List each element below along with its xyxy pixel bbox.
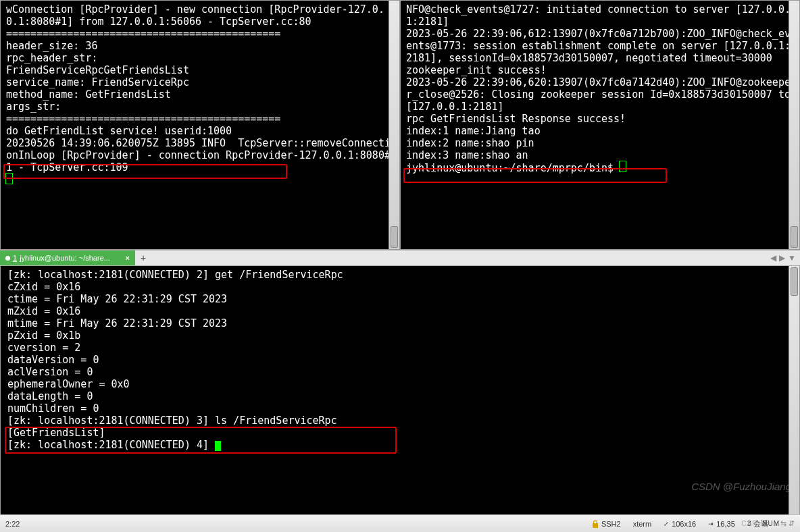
terminal-line: [zk: localhost:2181(CONNECTED) 4] — [7, 439, 793, 451]
terminal-line: [zk: localhost:2181(CONNECTED) 2] get /F… — [7, 269, 793, 281]
terminal-line: wConnection [RpcProvider] - new connecti… — [6, 3, 394, 28]
terminal-line: service_name: FriendServiceRpc — [6, 76, 394, 88]
terminal-line: [zk: localhost:2181(CONNECTED) 3] ls /Fr… — [7, 415, 793, 427]
terminal-line: method_name: GetFriendsList — [6, 88, 394, 101]
terminal-line: rpc_header_str: — [6, 52, 394, 64]
terminal-line: aclVersion = 0 — [7, 366, 793, 378]
status-arrows[interactable]: ⇆ ⇵ — [780, 519, 795, 528]
cursor-icon — [6, 174, 12, 184]
shell-prompt: jyhlinux@ubuntu:~/share/mprpc/bin$ — [406, 162, 620, 174]
terminal-line: ctime = Fri May 26 22:31:29 CST 2023 — [7, 293, 793, 305]
nav-left-icon[interactable]: ◀ — [770, 253, 776, 263]
terminal-line: FriendServiceRpcGetFriendsList — [6, 64, 394, 76]
terminal-line: ========================================… — [6, 28, 394, 40]
nav-down-icon[interactable]: ▼ — [788, 253, 796, 263]
tab-active[interactable]: 1 jyhlinux@ubuntu: ~/share... × — [0, 250, 135, 265]
status-ssh: SSH2 — [592, 520, 621, 528]
terminal-line: mtime = Fri May 26 22:31:29 CST 2023 — [7, 317, 793, 329]
terminal-line: rpc GetFriendsList Response success! — [406, 113, 794, 125]
cursor-icon — [215, 441, 221, 451]
terminal-line: 2023-05-26 22:39:06,620:13907(0x7fc0a714… — [406, 76, 794, 113]
terminal-line: mZxid = 0x16 — [7, 305, 793, 317]
terminal-line: index:2 name:shao pin — [406, 137, 794, 149]
terminal-pane-bottom[interactable]: [zk: localhost:2181(CONNECTED) 2] get /F… — [0, 266, 800, 514]
watermark: CSDN @FuzhouJiang — [691, 481, 791, 493]
status-selection: ⇥16,35 — [708, 520, 735, 528]
terminal-line: index:1 name:Jiang tao — [406, 125, 794, 137]
nav-right-icon[interactable]: ▶ — [779, 253, 785, 263]
terminal-line: 2023-05-26 22:39:06,612:13907(0x7fc0a712… — [406, 28, 794, 64]
tab-index: 1 — [13, 254, 17, 262]
terminal-line: ========================================… — [6, 113, 394, 125]
tab-title: jyhlinux@ubuntu: ~/share... — [20, 254, 110, 262]
terminal-line: do GetFriendList service! userid:1000 — [6, 125, 394, 137]
add-tab-button[interactable]: + — [135, 250, 151, 265]
terminal-line: cversion = 2 — [7, 342, 793, 354]
scrollbar-bottom[interactable] — [789, 266, 799, 514]
terminal-line: pZxid = 0x1b — [7, 329, 793, 342]
status-cursor-pos: 2:22 — [5, 520, 20, 528]
status-size: ⤢106x16 — [664, 520, 696, 528]
cursor-icon — [620, 161, 626, 171]
terminal-line: ephemeralOwner = 0x0 — [7, 378, 793, 390]
terminal-line: [GetFriendsList] — [7, 427, 793, 439]
terminal-pane-left[interactable]: wConnection [RpcProvider] - new connecti… — [0, 0, 400, 250]
status-bar: 2:22 SSH2 xterm ⤢106x16 ⇥16,35 3 会话 ⇆ ⇵ — [0, 514, 800, 532]
terminal-line: dataVersion = 0 — [7, 354, 793, 366]
terminal-line: index:3 name:shao an — [406, 149, 794, 161]
status-num: NUM — [762, 520, 780, 527]
status-cap: CAP — [741, 520, 757, 527]
scrollbar-left[interactable] — [389, 1, 399, 249]
status-dot-icon — [5, 256, 10, 261]
terminal-line: args_str: — [6, 101, 394, 113]
close-tab-icon[interactable]: × — [126, 254, 130, 262]
terminal-line: dataLength = 0 — [7, 390, 793, 402]
tab-nav: ◀ ▶ ▼ — [766, 250, 800, 265]
terminal-pane-right[interactable]: NFO@check_events@1727: initiated connect… — [400, 0, 800, 250]
terminal-line: numChildren = 0 — [7, 402, 793, 415]
scrollbar-right[interactable] — [789, 1, 799, 249]
tab-bar: 1 jyhlinux@ubuntu: ~/share... × + ◀ ▶ ▼ — [0, 250, 800, 266]
terminal-line: header_size: 36 — [6, 40, 394, 52]
terminal-line: zookeeper_init success! — [406, 64, 794, 76]
status-term: xterm — [633, 520, 652, 528]
terminal-line: 20230526 14:39:06.620075Z 13895 INFO Tcp… — [6, 137, 394, 174]
lock-icon — [592, 520, 599, 528]
terminal-line: cZxid = 0x16 — [7, 281, 793, 293]
terminal-line: NFO@check_events@1727: initiated connect… — [406, 3, 794, 28]
